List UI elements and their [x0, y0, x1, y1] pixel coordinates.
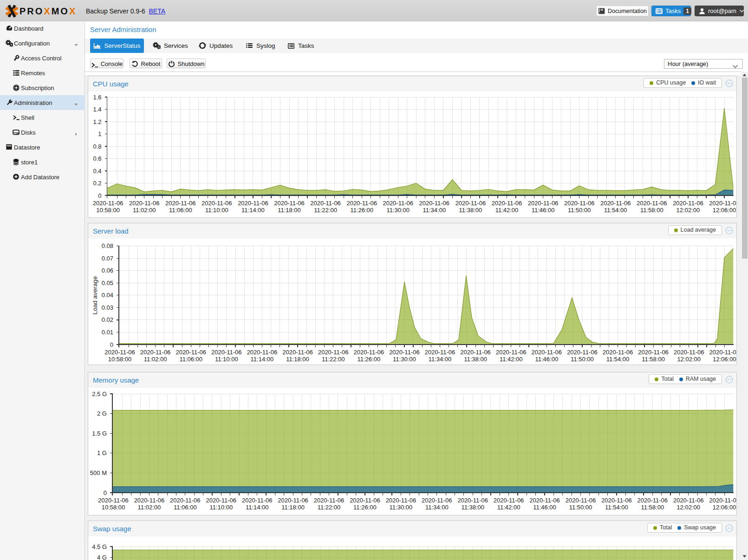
- svg-text:11:34:00: 11:34:00: [423, 207, 446, 214]
- svg-text:1.2: 1.2: [93, 118, 102, 125]
- svg-text:10:58:00: 10:58:00: [108, 356, 132, 363]
- svg-text:2020-11-06: 2020-11-06: [566, 497, 596, 504]
- svg-text:2020-11-06: 2020-11-06: [673, 497, 704, 504]
- svg-text:2 G: 2 G: [97, 410, 107, 417]
- svg-text:2020-11-06: 2020-11-06: [129, 200, 160, 207]
- svg-text:2020-11-06: 2020-11-06: [709, 497, 736, 504]
- svg-text:0.03: 0.03: [102, 304, 113, 311]
- svg-text:2020-11-06: 2020-11-06: [600, 200, 631, 207]
- svg-text:2020-11-06: 2020-11-06: [350, 497, 380, 504]
- svg-text:2020-11-06: 2020-11-06: [134, 497, 165, 504]
- svg-text:11:30:00: 11:30:00: [390, 504, 413, 511]
- svg-text:2020-11-06: 2020-11-06: [564, 200, 595, 207]
- svg-text:11:06:00: 11:06:00: [169, 207, 192, 214]
- svg-text:11:38:00: 11:38:00: [464, 356, 487, 363]
- svg-text:11:02:00: 11:02:00: [138, 504, 161, 511]
- svg-text:2020-11-06: 2020-11-06: [455, 200, 486, 207]
- svg-text:2020-11-06: 2020-11-06: [282, 349, 313, 356]
- svg-text:11:54:00: 11:54:00: [604, 207, 627, 214]
- svg-text:11:38:00: 11:38:00: [461, 504, 484, 511]
- svg-text:0.05: 0.05: [102, 280, 113, 287]
- svg-text:10:58:00: 10:58:00: [96, 207, 120, 214]
- svg-text:2020-11-06: 2020-11-06: [709, 200, 736, 207]
- svg-text:11:14:00: 11:14:00: [241, 207, 265, 214]
- svg-text:0.4: 0.4: [93, 168, 102, 175]
- svg-text:2020-11-06: 2020-11-06: [165, 200, 196, 207]
- svg-text:11:58:00: 11:58:00: [642, 356, 665, 363]
- svg-text:12:06:00: 12:06:00: [713, 207, 736, 214]
- svg-text:11:26:00: 11:26:00: [357, 356, 380, 363]
- svg-text:2020-11-06: 2020-11-06: [637, 497, 668, 504]
- svg-text:11:58:00: 11:58:00: [640, 207, 663, 214]
- svg-text:11:18:00: 11:18:00: [281, 504, 305, 511]
- svg-text:0.02: 0.02: [102, 316, 113, 323]
- svg-text:2020-11-06: 2020-11-06: [98, 497, 129, 504]
- svg-text:2020-11-06: 2020-11-06: [532, 349, 562, 356]
- svg-text:11:06:00: 11:06:00: [174, 504, 197, 511]
- svg-text:1: 1: [98, 130, 101, 137]
- svg-text:2020-11-06: 2020-11-06: [422, 497, 452, 504]
- svg-text:11:30:00: 11:30:00: [393, 356, 416, 363]
- svg-text:11:10:00: 11:10:00: [209, 504, 233, 511]
- svg-text:2020-11-06: 2020-11-06: [318, 349, 349, 356]
- svg-text:11:02:00: 11:02:00: [133, 207, 156, 214]
- svg-text:2020-11-06: 2020-11-06: [238, 200, 268, 207]
- svg-text:2020-11-06: 2020-11-06: [314, 497, 345, 504]
- svg-text:11:06:00: 11:06:00: [179, 356, 202, 363]
- svg-text:2020-11-06: 2020-11-06: [601, 497, 632, 504]
- svg-text:11:58:00: 11:58:00: [641, 504, 664, 511]
- svg-text:2020-11-06: 2020-11-06: [140, 349, 171, 356]
- svg-text:2020-11-06: 2020-11-06: [310, 200, 341, 207]
- svg-text:2020-11-06: 2020-11-06: [567, 349, 598, 356]
- svg-text:2020-11-06: 2020-11-06: [170, 497, 201, 504]
- svg-text:2020-11-06: 2020-11-06: [383, 200, 413, 207]
- svg-text:2020-11-06: 2020-11-06: [457, 497, 488, 504]
- svg-text:11:34:00: 11:34:00: [429, 356, 452, 363]
- svg-text:2020-11-06: 2020-11-06: [176, 349, 206, 356]
- svg-text:2020-11-06: 2020-11-06: [93, 200, 124, 207]
- svg-text:2020-11-06: 2020-11-06: [638, 349, 669, 356]
- svg-text:4.5 G: 4.5 G: [92, 543, 107, 550]
- svg-text:2020-11-06: 2020-11-06: [425, 349, 455, 356]
- svg-text:2020-11-06: 2020-11-06: [242, 497, 273, 504]
- svg-text:2020-11-06: 2020-11-06: [104, 349, 135, 356]
- svg-text:11:50:00: 11:50:00: [569, 504, 592, 511]
- svg-text:2020-11-06: 2020-11-06: [496, 349, 527, 356]
- svg-text:2020-11-06: 2020-11-06: [386, 497, 416, 504]
- svg-text:Load average: Load average: [91, 276, 98, 315]
- svg-text:11:42:00: 11:42:00: [497, 504, 520, 511]
- svg-text:11:14:00: 11:14:00: [251, 356, 274, 363]
- svg-text:11:54:00: 11:54:00: [605, 504, 628, 511]
- svg-text:11:42:00: 11:42:00: [495, 207, 519, 214]
- svg-text:2020-11-06: 2020-11-06: [529, 497, 560, 504]
- svg-text:2020-11-06: 2020-11-06: [709, 349, 736, 356]
- svg-text:0: 0: [98, 192, 101, 199]
- svg-text:0.2: 0.2: [93, 180, 102, 187]
- svg-text:2020-11-06: 2020-11-06: [674, 349, 704, 356]
- svg-text:11:18:00: 11:18:00: [286, 356, 309, 363]
- svg-text:11:46:00: 11:46:00: [533, 504, 556, 511]
- svg-text:2020-11-06: 2020-11-06: [603, 349, 633, 356]
- svg-text:11:34:00: 11:34:00: [425, 504, 449, 511]
- svg-text:12:02:00: 12:02:00: [676, 207, 700, 214]
- svg-text:0.6: 0.6: [93, 155, 102, 162]
- svg-text:1.6: 1.6: [93, 94, 102, 101]
- svg-text:0.07: 0.07: [102, 255, 113, 262]
- svg-text:12:06:00: 12:06:00: [713, 356, 736, 363]
- svg-text:0.8: 0.8: [93, 143, 102, 150]
- svg-text:2020-11-06: 2020-11-06: [278, 497, 308, 504]
- svg-text:0.08: 0.08: [102, 242, 113, 249]
- svg-text:2020-11-06: 2020-11-06: [206, 497, 237, 504]
- svg-text:4 G: 4 G: [97, 554, 107, 560]
- svg-text:1.5 G: 1.5 G: [92, 430, 107, 437]
- svg-text:2020-11-06: 2020-11-06: [419, 200, 450, 207]
- svg-text:11:46:00: 11:46:00: [535, 356, 558, 363]
- svg-text:2020-11-06: 2020-11-06: [637, 200, 667, 207]
- svg-text:0.06: 0.06: [102, 267, 113, 274]
- svg-text:2020-11-06: 2020-11-06: [354, 349, 384, 356]
- svg-text:0: 0: [104, 489, 107, 496]
- svg-text:11:38:00: 11:38:00: [459, 207, 482, 214]
- svg-text:2020-11-06: 2020-11-06: [460, 349, 491, 356]
- svg-text:2020-11-06: 2020-11-06: [274, 200, 305, 207]
- svg-text:11:46:00: 11:46:00: [532, 207, 555, 214]
